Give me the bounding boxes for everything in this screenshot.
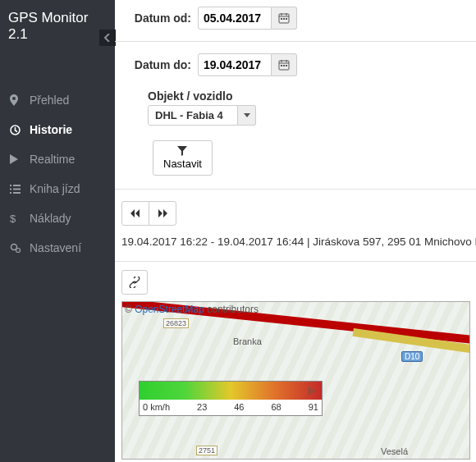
svg-rect-6 xyxy=(283,18,285,20)
pin-icon xyxy=(10,94,21,106)
forward-icon xyxy=(158,209,167,217)
speed-legend: ▶ 0 km/h 23 46 68 91 xyxy=(139,381,323,416)
date-from-label: Datum od: xyxy=(130,11,191,25)
road-label: 26823 xyxy=(163,318,189,328)
calendar-icon xyxy=(278,59,290,71)
calendar-icon xyxy=(278,12,290,24)
rewind-icon xyxy=(130,209,140,217)
town-label: Veselá xyxy=(381,446,408,456)
object-select-toggle[interactable] xyxy=(238,105,256,126)
svg-text:$: $ xyxy=(10,213,16,224)
sidebar-collapse-button[interactable] xyxy=(99,30,116,46)
svg-point-3 xyxy=(16,248,21,252)
svg-rect-7 xyxy=(286,18,287,20)
sidebar-item-naklady[interactable]: $ Náklady xyxy=(0,204,115,233)
speed-legend-gradient: ▶ xyxy=(140,382,322,400)
apply-filter-label: Nastavit xyxy=(163,158,202,170)
dollar-icon: $ xyxy=(10,213,21,224)
sidebar-item-kniha-jizd[interactable]: Kniha jízd xyxy=(0,174,115,204)
chevron-left-icon xyxy=(104,34,111,42)
svg-rect-9 xyxy=(281,65,282,66)
list-icon xyxy=(10,185,21,194)
apply-filter-button[interactable]: Nastavit xyxy=(153,140,213,176)
svg-rect-11 xyxy=(286,65,287,66)
map[interactable]: D10 26823 2751 Branka Ptýrov Veselá © Op… xyxy=(121,301,470,460)
date-to-picker-button[interactable] xyxy=(272,53,297,76)
link-icon xyxy=(129,277,140,288)
sidebar-item-label: Náklady xyxy=(30,212,71,225)
play-icon xyxy=(10,154,21,164)
town-label: Branka xyxy=(233,336,262,346)
chevron-down-icon xyxy=(244,113,250,118)
sidebar: GPS Monitor 2.1 Přehled Historie Realtim… xyxy=(0,0,115,462)
sidebar-item-label: Realtime xyxy=(30,153,75,166)
object-label: Objekt / vozidlo xyxy=(148,89,476,103)
speed-legend-ticks: 0 km/h 23 46 68 91 xyxy=(140,400,322,415)
trip-summary: 19.04.2017 16:22 - 19.04.2017 16:44 | Ji… xyxy=(115,232,476,256)
legend-tick: 46 xyxy=(234,402,244,412)
date-to-label: Datum do: xyxy=(130,58,191,71)
sidebar-nav: Přehled Historie Realtime Kniha jízd $ N… xyxy=(0,85,115,263)
pager-next-button[interactable] xyxy=(149,201,176,226)
sidebar-item-historie[interactable]: Historie xyxy=(0,115,115,144)
clock-icon xyxy=(10,125,21,135)
sidebar-item-prehled[interactable]: Přehled xyxy=(0,85,115,115)
sidebar-item-label: Přehled xyxy=(30,94,69,107)
permalink-button[interactable] xyxy=(121,270,148,295)
motorway-badge: D10 xyxy=(401,351,423,362)
main-content: Datum od: Datum do: Objekt / vozidlo DHL… xyxy=(115,0,476,462)
sidebar-item-label: Historie xyxy=(30,123,72,136)
sidebar-item-label: Nastavení xyxy=(30,241,81,254)
object-select-value[interactable]: DHL - Fabia 4 xyxy=(148,105,238,126)
osm-link[interactable]: OpenStreetMap xyxy=(135,304,204,315)
pager xyxy=(115,194,476,232)
sidebar-item-nastaveni[interactable]: Nastavení xyxy=(0,233,115,263)
date-from-picker-button[interactable] xyxy=(272,7,297,30)
divider xyxy=(115,41,476,42)
attribution-prefix: © xyxy=(125,304,135,315)
object-row: Objekt / vozidlo DHL - Fabia 4 xyxy=(115,83,476,129)
date-to-row: Datum do: xyxy=(115,47,476,83)
legend-play-icon: ▶ xyxy=(308,383,317,396)
legend-tick: 0 km/h xyxy=(143,402,170,412)
legend-tick: 23 xyxy=(197,402,207,412)
gears-icon xyxy=(10,243,21,254)
app-title: GPS Monitor 2.1 xyxy=(0,0,115,53)
date-from-row: Datum od: xyxy=(115,0,476,36)
sidebar-item-label: Kniha jízd xyxy=(30,182,80,195)
pager-prev-button[interactable] xyxy=(121,201,149,226)
svg-rect-5 xyxy=(281,18,282,20)
divider xyxy=(115,189,476,190)
sidebar-item-realtime[interactable]: Realtime xyxy=(0,144,115,174)
funnel-icon xyxy=(177,146,187,156)
legend-tick: 68 xyxy=(271,402,281,412)
divider xyxy=(115,261,476,262)
svg-rect-10 xyxy=(283,65,285,66)
road-label: 2751 xyxy=(196,446,217,455)
map-attribution: © OpenStreetMap contributors xyxy=(125,304,259,315)
attribution-suffix: contributors xyxy=(204,304,259,315)
date-to-input[interactable] xyxy=(198,53,272,76)
date-from-input[interactable] xyxy=(198,7,272,30)
legend-tick: 91 xyxy=(309,402,318,412)
